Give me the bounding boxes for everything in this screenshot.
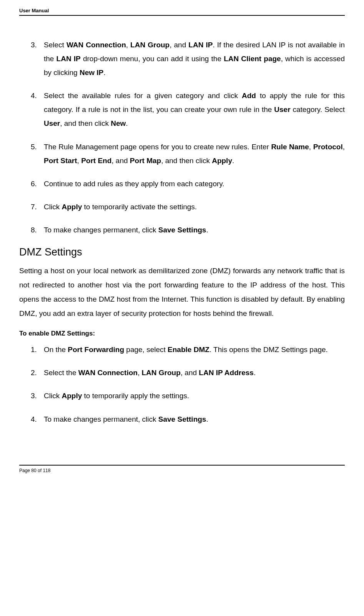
bold-text: Port End: [81, 157, 111, 165]
bold-text: LAN IP Address: [199, 369, 254, 377]
list-number: 1.: [31, 343, 42, 357]
list-number: 5.: [31, 140, 42, 168]
bold-text: Port Map: [130, 157, 161, 165]
text: .: [103, 68, 105, 77]
sub-heading: To enable DMZ Settings:: [19, 330, 345, 337]
text: , and then click: [161, 157, 212, 165]
text: ,: [309, 143, 313, 151]
list-content: The Rule Management page opens for you t…: [44, 140, 345, 168]
bold-text: LAN IP: [188, 41, 213, 49]
bold-text: New IP: [80, 68, 103, 77]
bold-text: Add: [242, 92, 256, 100]
bold-text: LAN Client page: [224, 55, 281, 63]
bold-text: Enable DMZ: [168, 346, 209, 354]
page-container: User Manual 3.Select WAN Connection, LAN…: [0, 0, 364, 489]
section-heading: DMZ Settings: [19, 246, 345, 258]
list-item: 7.Click Apply to temporarily activate th…: [19, 200, 345, 214]
bold-text: WAN Connection: [66, 41, 126, 49]
text: ,: [126, 41, 130, 49]
list-content: To make changes permanent, click Save Se…: [44, 412, 345, 426]
list-content: Select the WAN Connection, LAN Group, an…: [44, 366, 345, 380]
text: page, select: [124, 346, 168, 354]
text: .: [126, 119, 128, 127]
list-item: 5.The Rule Management page opens for you…: [19, 140, 345, 168]
text: , and: [181, 369, 199, 377]
list-content: Continue to add rules as they apply from…: [44, 177, 345, 191]
text: To make changes permanent, click: [44, 226, 158, 234]
text: Select: [44, 41, 66, 49]
text: ,: [138, 369, 142, 377]
text: ,: [343, 143, 345, 151]
list-content: Select WAN Connection, LAN Group, and LA…: [44, 38, 345, 80]
list-number: 4.: [31, 412, 42, 426]
list-number: 3.: [31, 389, 42, 403]
bold-text: Apply: [61, 392, 82, 400]
text: The Rule Management page opens for you t…: [44, 143, 271, 151]
text: Select the available rules for a given c…: [44, 92, 242, 100]
bold-text: Port Forwarding: [68, 346, 124, 354]
list-item: 1.On the Port Forwarding page, select En…: [19, 343, 345, 357]
bold-text: Save Settings: [158, 226, 206, 234]
page-header: User Manual: [19, 8, 345, 19]
list-content: Select the available rules for a given c…: [44, 89, 345, 130]
text: .: [206, 415, 208, 423]
list-number: 7.: [31, 200, 42, 214]
text: to temporarily apply the settings.: [82, 392, 189, 400]
list-item: 6.Continue to add rules as they apply fr…: [19, 177, 345, 191]
list-number: 2.: [31, 366, 42, 380]
list-item: 8.To make changes permanent, click Save …: [19, 223, 345, 237]
bold-text: User: [274, 105, 290, 114]
list-content: Click Apply to temporarily activate the …: [44, 200, 345, 214]
text: Select the: [44, 369, 78, 377]
text: drop-down menu, you can add it using the: [81, 55, 224, 63]
text: category. Select: [291, 105, 345, 114]
bold-text: Rule Name: [271, 143, 309, 151]
text: Click: [44, 392, 61, 400]
list-item: 2.Select the WAN Connection, LAN Group, …: [19, 366, 345, 380]
text: Continue to add rules as they apply from…: [44, 180, 224, 188]
text: , and: [111, 157, 130, 165]
section-paragraph: Setting a host on your local network as …: [19, 264, 345, 321]
list-content: To make changes permanent, click Save Se…: [44, 223, 345, 237]
text: . This opens the DMZ Settings page.: [209, 346, 328, 354]
bold-text: Apply: [212, 157, 232, 165]
text: .: [254, 369, 256, 377]
list-item: 3.Click Apply to temporarily apply the s…: [19, 389, 345, 403]
list-item: 4.Select the available rules for a given…: [19, 89, 345, 130]
text: On the: [44, 346, 68, 354]
bold-text: LAN Group: [141, 369, 180, 377]
text: , and: [170, 41, 188, 49]
list-item: 3.Select WAN Connection, LAN Group, and …: [19, 38, 345, 80]
text: To make changes permanent, click: [44, 415, 158, 423]
page-footer: Page 80 of 118: [19, 465, 345, 477]
header-divider: [19, 15, 345, 16]
bold-text: Port Start: [44, 157, 77, 165]
text: Click: [44, 203, 61, 211]
bold-text: Protocol: [313, 143, 343, 151]
first-list: 3.Select WAN Connection, LAN Group, and …: [19, 38, 345, 237]
list-number: 6.: [31, 177, 42, 191]
footer-text: Page 80 of 118: [19, 466, 345, 477]
list-content: Click Apply to temporarily apply the set…: [44, 389, 345, 403]
bold-text: LAN Group: [130, 41, 170, 49]
text: to temporarily activate the settings.: [82, 203, 197, 211]
list-item: 4.To make changes permanent, click Save …: [19, 412, 345, 426]
bold-text: WAN Connection: [78, 369, 138, 377]
header-title: User Manual: [19, 8, 49, 13]
list-content: On the Port Forwarding page, select Enab…: [44, 343, 345, 357]
bold-text: Save Settings: [158, 415, 206, 423]
bold-text: LAN IP: [57, 55, 81, 63]
bold-text: Apply: [61, 203, 82, 211]
list-number: 8.: [31, 223, 42, 237]
second-list: 1.On the Port Forwarding page, select En…: [19, 343, 345, 426]
list-number: 3.: [31, 38, 42, 80]
bold-text: User: [44, 119, 60, 127]
text: .: [206, 226, 208, 234]
list-number: 4.: [31, 89, 42, 130]
text: ,: [77, 157, 81, 165]
text: , and then click: [60, 119, 111, 127]
bold-text: New: [111, 119, 126, 127]
text: .: [232, 157, 234, 165]
